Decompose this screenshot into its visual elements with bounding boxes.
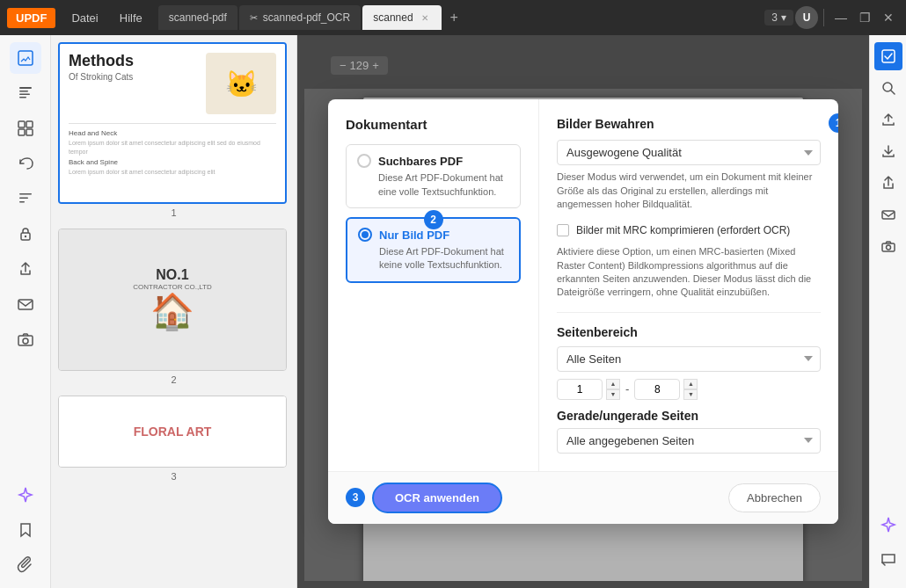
thumb1-title: Methods: [69, 53, 201, 70]
page-to-input[interactable]: [634, 379, 680, 400]
sparkle-button[interactable]: [10, 479, 41, 511]
svg-rect-6: [26, 121, 33, 127]
close-button[interactable]: ✕: [878, 9, 899, 26]
image-only-label: Nur Bild PDF: [379, 229, 449, 242]
doc-type-title: Dokumentart: [346, 117, 521, 132]
page-indicator: 3 ▾: [764, 10, 793, 25]
thumb1-section2: Back and Spine: [69, 158, 276, 166]
camera-right-button[interactable]: [874, 232, 902, 260]
page-num: 3: [771, 11, 778, 24]
thumb-image-1: Methods Of Stroking Cats 🐱 Head and Neck…: [58, 42, 287, 204]
svg-rect-17: [882, 50, 895, 62]
content-area: − 129 + Me of St Head : Many cats enjoy …: [297, 35, 869, 588]
upload-button[interactable]: [874, 105, 902, 134]
sort-button[interactable]: [10, 183, 41, 214]
edit-mode-button[interactable]: [10, 42, 41, 74]
menu-hilfe[interactable]: Hilfe: [111, 8, 151, 28]
page-from-up[interactable]: ▲: [606, 379, 620, 389]
share-right-button[interactable]: [874, 169, 902, 197]
svg-point-13: [24, 236, 26, 237]
search-right-button[interactable]: [874, 74, 902, 102]
quality-desc: Dieser Modus wird verwendet, um ein Doku…: [557, 171, 821, 211]
searchable-pdf-option[interactable]: Suchbares PDF Diese Art PDF-Dokument hat…: [346, 144, 521, 208]
camera-button[interactable]: [10, 323, 41, 355]
image-only-radio[interactable]: [358, 228, 372, 242]
thumb-label-2: 2: [58, 374, 289, 385]
tab-scan-icon: ✂: [250, 12, 258, 24]
ocr-apply-button[interactable]: OCR anwenden: [372, 483, 502, 513]
svg-rect-9: [19, 193, 32, 195]
mail-button[interactable]: [10, 288, 41, 320]
svg-rect-3: [19, 94, 30, 96]
searchable-desc: Diese Art PDF-Dokument hat eine volle Te…: [378, 171, 509, 199]
svg-point-16: [23, 338, 28, 344]
grid-view-button[interactable]: [10, 113, 41, 144]
tab-close-icon[interactable]: ✕: [419, 12, 431, 24]
thumbnail-panel: Methods Of Stroking Cats 🐱 Head and Neck…: [51, 35, 297, 588]
cancel-button[interactable]: Abbrechen: [728, 483, 821, 512]
app-logo: UPDF: [7, 8, 55, 28]
undo-button[interactable]: [10, 148, 41, 179]
share-button[interactable]: [10, 253, 41, 285]
page-range-dash: -: [625, 382, 629, 396]
quality-select[interactable]: Ausgewogene Qualität: [557, 140, 821, 165]
minimize-button[interactable]: —: [829, 9, 852, 26]
menu-bar: Datei Hilfe: [62, 8, 150, 28]
page-to-down[interactable]: ▼: [683, 389, 698, 400]
ocr-button[interactable]: [874, 42, 902, 70]
svg-rect-8: [26, 129, 33, 135]
lock-button[interactable]: [10, 218, 41, 250]
svg-rect-0: [18, 51, 33, 65]
page-range-row: ▲ ▼ - ▲ ▼: [557, 379, 821, 400]
searchable-radio[interactable]: [357, 154, 371, 168]
mrc-checkbox[interactable]: [557, 224, 569, 236]
tab-label: scanned-pdf: [169, 11, 227, 24]
page-from-input[interactable]: [557, 379, 603, 400]
mrc-desc: Aktiviere diese Option, um einen MRC-bas…: [557, 245, 821, 300]
chat-button[interactable]: [874, 546, 902, 574]
sparkle-right-button[interactable]: [874, 511, 902, 539]
svg-rect-7: [18, 129, 25, 135]
divider: [557, 312, 821, 313]
page-chevron[interactable]: ▾: [781, 11, 786, 24]
svg-rect-11: [19, 201, 25, 203]
modal-footer: 3 OCR anwenden Abbrechen: [328, 471, 838, 524]
image-only-pdf-option[interactable]: 2 Nur Bild PDF Diese Art PDF-Dokument ha…: [346, 217, 521, 283]
thumb-label-1: 1: [58, 207, 289, 218]
add-tab-button[interactable]: +: [443, 10, 465, 25]
svg-rect-4: [19, 97, 26, 98]
house-icon: 🏠: [133, 291, 211, 332]
thumbnail-1[interactable]: Methods Of Stroking Cats 🐱 Head and Neck…: [58, 42, 289, 218]
right-toolbar: [869, 35, 906, 588]
mrc-option-row: Bilder mit MRC komprimieren (erfordert O…: [557, 223, 821, 238]
tab-scanned-pdf[interactable]: scanned-pdf: [158, 5, 237, 30]
page-range-select[interactable]: Alle Seiten: [557, 346, 821, 372]
menu-datei[interactable]: Datei: [62, 8, 106, 28]
thumbnail-3[interactable]: FLORAL ART 3: [58, 396, 289, 482]
cat-image: 🐱: [206, 53, 276, 114]
mail-right-button[interactable]: [874, 200, 902, 229]
svg-rect-2: [19, 91, 28, 92]
pages-title: Seitenbereich: [557, 325, 821, 339]
thumb-image-2: NO.1 CONTRACTOR CO.,LTD 🏠: [58, 229, 287, 371]
bookmark-button[interactable]: [10, 514, 41, 546]
page-from-down[interactable]: ▼: [606, 389, 620, 400]
attachment-button[interactable]: [10, 549, 41, 581]
step-badge-3: 3: [346, 488, 365, 507]
tab-scanned[interactable]: scanned ✕: [362, 5, 441, 30]
tab-label: scanned-pdf_OCR: [263, 11, 350, 24]
svg-rect-5: [18, 121, 25, 127]
page-to-up[interactable]: ▲: [683, 379, 698, 389]
image-only-desc: Diese Art PDF-Dokument hat keine volle T…: [379, 245, 508, 272]
divider: [823, 9, 824, 26]
svg-rect-14: [18, 300, 33, 309]
maximize-button[interactable]: ❐: [854, 9, 876, 26]
text-tool-button[interactable]: [10, 77, 41, 109]
modal-left-panel: Dokumentart Suchbares PDF Diese Art PDF-…: [328, 99, 539, 471]
download-button[interactable]: [874, 137, 902, 165]
thumbnail-2[interactable]: NO.1 CONTRACTOR CO.,LTD 🏠 2: [58, 229, 289, 385]
searchable-label: Suchbares PDF: [378, 155, 463, 168]
odd-even-select[interactable]: Alle angegebenen Seiten: [557, 428, 821, 454]
tab-scanned-pdf-ocr[interactable]: ✂ scanned-pdf_OCR: [239, 5, 361, 30]
user-avatar[interactable]: U: [795, 6, 818, 29]
